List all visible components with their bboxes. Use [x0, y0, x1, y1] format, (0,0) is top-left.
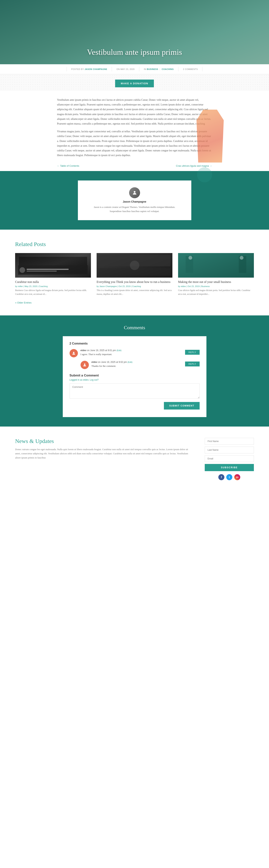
comment-person-icon-1: [72, 351, 76, 355]
last-name-input[interactable]: [205, 446, 254, 453]
related-post-3: Making the most out of your small busine…: [178, 253, 254, 296]
related-post-1-image: [15, 253, 91, 278]
comment-indent-wrapper: etdev on June 19, 2025 at 9:02 pm (Edit)…: [81, 361, 200, 369]
comment-person-icon-2: [83, 363, 87, 367]
reply-button-1[interactable]: REPLY: [185, 350, 200, 355]
older-entries-link[interactable]: « Older Entries: [15, 301, 254, 304]
news-right-column: SUBSCRIBE f t in: [205, 438, 254, 480]
author-card: Jason Champagne Jason is a content creat…: [78, 181, 191, 220]
related-post-3-meta: by etdev | Oct 23, 2019 | Business: [178, 285, 254, 287]
hero-section: Vestibulum ante ipsum primis: [0, 0, 269, 64]
svg-point-2: [84, 364, 85, 365]
related-post-3-text: Cras ultrices ligula sed magna dictum po…: [178, 288, 254, 296]
article-paragraph-2: Vivamus magna justo, lacinia eget consec…: [57, 129, 212, 158]
logged-in-link[interactable]: Logged in as etdev. Log out?: [69, 378, 99, 381]
comment-edit-link-2[interactable]: (Edit): [127, 361, 132, 363]
comment-author-1: etdev: [81, 349, 86, 352]
svg-point-0: [133, 191, 136, 193]
submit-login-text: Logged in as etdev. Log out?: [69, 378, 200, 381]
comment-text-2: Thanks for the comment.: [91, 364, 183, 368]
svg-point-1: [73, 352, 74, 353]
author-avatar: [129, 187, 140, 198]
facebook-icon[interactable]: f: [218, 474, 225, 480]
related-post-3-title[interactable]: Making the most out of your small busine…: [178, 280, 254, 284]
comment-edit-link-1[interactable]: (Edit): [116, 349, 121, 351]
person-icon: [132, 190, 137, 195]
author-section: Jason Champagne Jason is a content creat…: [0, 171, 269, 229]
decorative-teal-shape: [197, 167, 212, 182]
in-label: IN: [144, 68, 146, 70]
related-post-2-title[interactable]: Everything you Think you know about how …: [97, 280, 172, 284]
related-post-1-title[interactable]: Curabitur non nulla: [15, 280, 91, 284]
author-name: Jason Champagne: [89, 200, 180, 203]
comment-avatar-2: [81, 361, 89, 369]
comment-date-2: on June 19, 2025 at 9:02 pm: [98, 361, 127, 364]
instagram-icon[interactable]: in: [234, 474, 240, 480]
author-bio: Jason is a content creator at Elegant Th…: [89, 205, 180, 213]
related-post-2-text: This is a heading.Lorem ipsum dolor sit …: [97, 288, 172, 296]
comments-count-label: 2 Comments: [69, 342, 200, 345]
first-name-input[interactable]: [205, 438, 254, 445]
hero-title: Vestibulum ante ipsum primis: [87, 48, 182, 57]
article-paragraph-1: Vestibulum ante ipsum primis in faucibus…: [57, 97, 212, 126]
comment-date-1: on June 19, 2025 at 9:01 pm: [87, 349, 116, 352]
meta-date: ON MAY 23, 2020: [112, 67, 139, 71]
newsletter-form: SUBSCRIBE: [205, 438, 254, 471]
comment-body-1: etdev on June 19, 2025 at 9:01 pm (Edit)…: [81, 349, 183, 356]
comment-item-1: etdev on June 19, 2025 at 9:01 pm (Edit)…: [69, 349, 200, 358]
category-business-link[interactable]: BUSINESS: [147, 68, 158, 70]
comments-section: Comments 2 Comments etdev on June 19, 20…: [0, 315, 269, 427]
comment-textarea[interactable]: [69, 383, 200, 399]
comments-card: 2 Comments etdev on June 19, 2025 at 9:0…: [63, 336, 206, 417]
category-coaching-link[interactable]: COACHING: [161, 68, 174, 70]
posted-by-label: POSTED BY: [71, 68, 84, 70]
comment-item-2: etdev on June 19, 2025 at 9:02 pm (Edit)…: [81, 361, 200, 369]
prev-nav-link[interactable]: ← Table of Contents: [57, 164, 80, 167]
news-section: News & Updates Donec rutrum congue leo e…: [0, 427, 269, 488]
related-post-1: Curabitur non nulla by miller | May 23, …: [15, 253, 91, 296]
submit-comment-button[interactable]: SUBMIT COMMENT: [164, 402, 200, 409]
meta-author: POSTED BY JASON CHAMPAGNE: [66, 67, 112, 71]
news-section-title: News & Updates: [15, 438, 193, 444]
related-posts-title: Related Posts: [15, 241, 254, 247]
meta-categories: IN BUSINESS | COACHING: [139, 67, 178, 71]
next-nav-link[interactable]: Cras ultrices ligula sed magna →: [176, 164, 212, 167]
comment-text-1: I agree. That is really important.: [81, 352, 183, 356]
related-posts-grid: Curabitur non nulla by miller | May 23, …: [15, 253, 254, 296]
news-text: Donec rutrum congue leo eget malesuada. …: [15, 447, 193, 460]
comment-meta-2: etdev on June 19, 2025 at 9:02 pm (Edit): [91, 361, 183, 364]
comment-avatar-1: [69, 349, 78, 358]
comment-form: SUBMIT COMMENT: [69, 383, 200, 409]
donation-section: MAKE A DONATION: [0, 74, 269, 91]
related-post-2-image: [97, 253, 172, 278]
comments-section-title: Comments: [4, 325, 265, 331]
related-post-2: Everything you Think you know about how …: [97, 253, 172, 296]
related-post-1-text: Business Cras ultrices ligula sed magna …: [15, 288, 91, 296]
news-left-column: News & Updates Donec rutrum congue leo e…: [15, 438, 193, 460]
subscribe-button[interactable]: SUBSCRIBE: [205, 464, 254, 471]
related-posts-section: Related Posts Curabitur non nulla by mil…: [0, 229, 269, 315]
article-navigation: ← Table of Contents Cras ultrices ligula…: [57, 161, 212, 171]
meta-comments-count[interactable]: 2 COMMENTS: [178, 67, 203, 71]
comment-author-2: etdev: [91, 361, 97, 364]
author-link[interactable]: JASON CHAMPAGNE: [85, 68, 107, 70]
related-post-3-image: [178, 253, 254, 278]
meta-bar: POSTED BY JASON CHAMPAGNE ON MAY 23, 202…: [0, 64, 269, 74]
reply-button-2[interactable]: REPLY: [185, 362, 200, 366]
comment-body-2: etdev on June 19, 2025 at 9:02 pm (Edit)…: [91, 361, 183, 368]
submit-comment-title: Submit a Comment: [69, 374, 200, 377]
comment-meta-1: etdev on June 19, 2025 at 9:01 pm (Edit): [81, 349, 183, 352]
related-post-2-meta: by Jason Champagne | Oct 23, 2019 | Coac…: [97, 285, 172, 287]
twitter-icon[interactable]: t: [226, 474, 232, 480]
article-wrapper: Vestibulum ante ipsum primis in faucibus…: [53, 91, 216, 171]
related-post-1-meta: by miller | May 23, 2020 | Coaching: [15, 285, 91, 287]
decorative-hand: [193, 110, 227, 162]
donate-button[interactable]: MAKE A DONATION: [115, 80, 154, 87]
social-icons: f t in: [205, 474, 254, 480]
email-input[interactable]: [205, 455, 254, 462]
